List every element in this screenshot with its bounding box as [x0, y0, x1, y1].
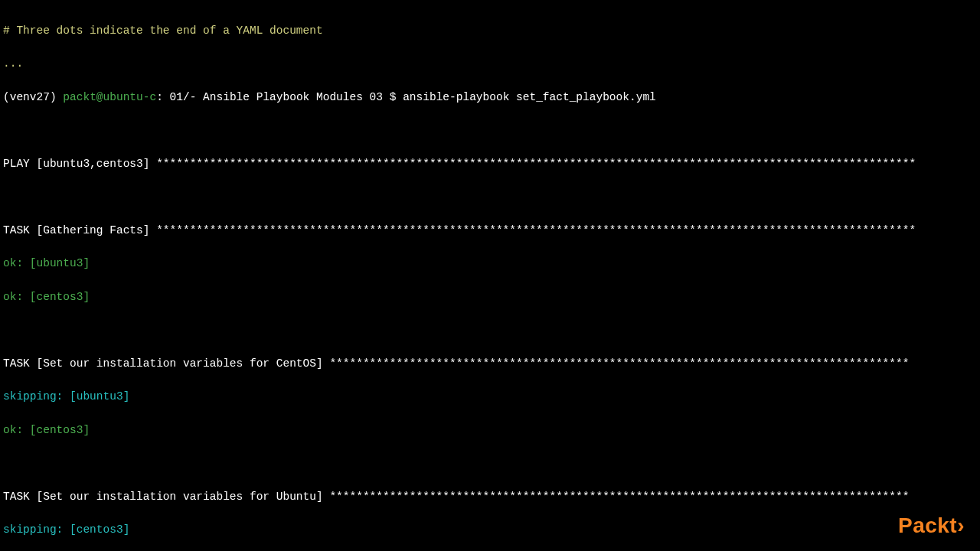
task-result: ok: [centos3]: [3, 289, 977, 306]
play-header: PLAY [ubuntu3,centos3] *****************…: [3, 156, 977, 173]
task-result: ok: [centos3]: [3, 422, 977, 439]
play-label: PLAY [ubuntu3,centos3]: [3, 158, 156, 170]
terminal-window[interactable]: # Three dots indicate the end of a YAML …: [0, 0, 980, 551]
blank: [3, 189, 977, 206]
cwd: 01/- Ansible Playbook Modules 03: [170, 91, 383, 103]
blank: [3, 322, 977, 339]
task-result-skip: skipping: [ubuntu3]: [3, 389, 977, 406]
task-result-skip: skipping: [centos3]: [3, 522, 977, 539]
task-label: TASK [Gathering Facts]: [3, 224, 156, 236]
star-rule: ****************************************…: [156, 224, 916, 236]
logo-text: Packt: [898, 514, 957, 537]
venv: (venv27): [3, 91, 63, 103]
chevron-right-icon: ›: [957, 514, 965, 537]
command-text: ansible-playbook set_fact_playbook.yml: [403, 91, 656, 103]
star-rule: ****************************************…: [156, 158, 916, 170]
task-result: ok: [ubuntu3]: [3, 256, 977, 272]
blank: [3, 122, 977, 139]
task-label: TASK [Set our installation variables for…: [3, 357, 329, 370]
task-centos: TASK [Set our installation variables for…: [3, 356, 977, 373]
sep: :: [156, 91, 169, 103]
star-rule: ****************************************…: [329, 357, 909, 370]
star-rule: ****************************************…: [329, 491, 909, 503]
blank: [3, 455, 977, 472]
packt-logo: Packt›: [898, 510, 965, 542]
dollar: $: [383, 91, 403, 103]
yaml-comment: # Three dots indicate the end of a YAML …: [3, 23, 977, 40]
user-host: packt@ubuntu-c: [63, 91, 156, 103]
yaml-ellipsis: ...: [3, 56, 977, 73]
task-label: TASK [Set our installation variables for…: [3, 491, 329, 503]
prompt-line-1: (venv27) packt@ubuntu-c: 01/- Ansible Pl…: [3, 90, 977, 106]
task-ubuntu: TASK [Set our installation variables for…: [3, 489, 977, 506]
task-gathering: TASK [Gathering Facts] *****************…: [3, 223, 977, 240]
